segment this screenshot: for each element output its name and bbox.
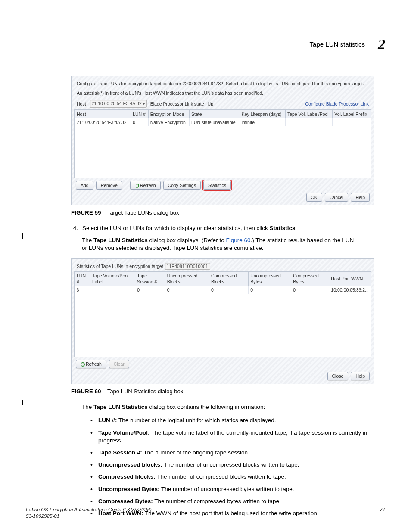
- running-head: Tape LUN statistics: [310, 40, 365, 49]
- dialog-description-2: An asterisk(*) in front of a LUN's Host …: [74, 88, 371, 98]
- col-cblocks[interactable]: Compressed Blocks: [209, 271, 248, 286]
- refresh-icon: [81, 362, 85, 367]
- list-item: Tape Session #: The number of the ongoin…: [90, 449, 385, 457]
- link-state-label: Blade Processor Link state: [150, 101, 204, 107]
- col-host[interactable]: Host: [75, 110, 131, 118]
- col-mode[interactable]: Encryption Mode: [148, 110, 189, 118]
- stats-title: Statistics of Tape LUNs in encryption ta…: [77, 264, 163, 269]
- list-item: LUN #: The number of the logical unit fo…: [90, 417, 385, 424]
- col-ublocks[interactable]: Uncompressed Blocks: [165, 271, 209, 286]
- refresh-button[interactable]: Refresh: [130, 181, 161, 190]
- dialog-description-1: Configure Tape LUNs for encryption targe…: [74, 79, 371, 88]
- ok-button[interactable]: OK: [306, 193, 322, 202]
- col-lun[interactable]: LUN #: [75, 271, 90, 286]
- post-step-paragraph: The Tape LUN Statistics dialog box displ…: [82, 236, 359, 252]
- target-id-field: 11E408110D010001: [165, 263, 210, 270]
- configure-link[interactable]: Configure Blade Processor Link: [305, 101, 369, 107]
- list-item: Uncompressed blocks: The number of uncom…: [90, 461, 385, 469]
- col-prefix[interactable]: Vol. Label Prefix: [333, 110, 371, 118]
- col-lun[interactable]: LUN #: [131, 110, 148, 118]
- description-list: LUN #: The number of the logical unit fo…: [90, 417, 385, 517]
- target-luns-table: Host LUN # Encryption Mode State Key Lif…: [75, 110, 371, 126]
- figure-60-dialog: Statistics of Tape LUNs in encryption ta…: [71, 258, 374, 385]
- chapter-number: 2: [378, 34, 385, 54]
- add-button[interactable]: Add: [76, 181, 93, 190]
- col-lifespan[interactable]: Key Lifespan (days): [240, 110, 285, 118]
- host-label: Host: [77, 101, 86, 107]
- figure-59-dialog: Configure Tape LUNs for encryption targe…: [71, 76, 374, 205]
- col-cbytes[interactable]: Compressed Bytes: [291, 271, 329, 286]
- figure-60-link[interactable]: Figure 60: [226, 237, 250, 243]
- figure-59-caption: FIGURE 59Target Tape LUNs dialog box: [71, 209, 385, 217]
- list-item: Tape Volume/Pool: The tape volume label …: [90, 429, 385, 445]
- list-item: Compressed Bytes: The number of compress…: [90, 498, 385, 505]
- col-pool[interactable]: Tape Vol. Label/Pool: [285, 110, 332, 118]
- clear-button[interactable]: Clear: [109, 360, 129, 368]
- help-button[interactable]: Help: [351, 193, 370, 202]
- link-state-value: Up: [208, 101, 213, 107]
- list-item: Compressed blocks: The number of compres…: [90, 473, 385, 481]
- col-session[interactable]: Tape Session #: [135, 271, 165, 286]
- page-footer: Fabric OS Encryption Administrator's Gui…: [26, 507, 385, 520]
- col-ubytes[interactable]: Uncompressed Bytes: [249, 271, 291, 286]
- col-state[interactable]: State: [189, 110, 240, 118]
- step-4: 4. Select the LUN or LUNs for which to d…: [71, 224, 385, 232]
- table-row[interactable]: 21:10:00:20:54:E3:4A:32 0 Native Encrypt…: [75, 118, 371, 127]
- help-button[interactable]: Help: [351, 372, 370, 380]
- copy-settings-button[interactable]: Copy Settings: [163, 181, 201, 190]
- col-host-wwn[interactable]: Host Port WWN: [329, 271, 371, 286]
- host-value-field[interactable]: 21:10:00:20:54:E3:4A:32 ▾: [90, 100, 147, 108]
- list-item: Uncompressed Bytes: The number of uncomp…: [90, 485, 385, 493]
- refresh-icon: [135, 184, 139, 188]
- refresh-button[interactable]: Refresh: [76, 360, 106, 368]
- col-vol-label[interactable]: Tape Volume/Pool Label: [90, 271, 135, 286]
- cancel-button[interactable]: Cancel: [325, 193, 349, 202]
- page-number: 77: [380, 507, 385, 520]
- statistics-button[interactable]: Statistics: [203, 181, 231, 190]
- description-intro: The Tape LUN Statistics dialog box conta…: [82, 403, 359, 411]
- figure-60-caption: FIGURE 60Tape LUN Statistics dialog box: [71, 388, 385, 395]
- table-row[interactable]: 6 0 0 0 0 0 10:00:00:05:33:2...: [75, 286, 371, 294]
- remove-button[interactable]: Remove: [96, 181, 122, 190]
- close-button[interactable]: Close: [327, 372, 349, 380]
- stats-table: LUN # Tape Volume/Pool Label Tape Sessio…: [75, 271, 371, 294]
